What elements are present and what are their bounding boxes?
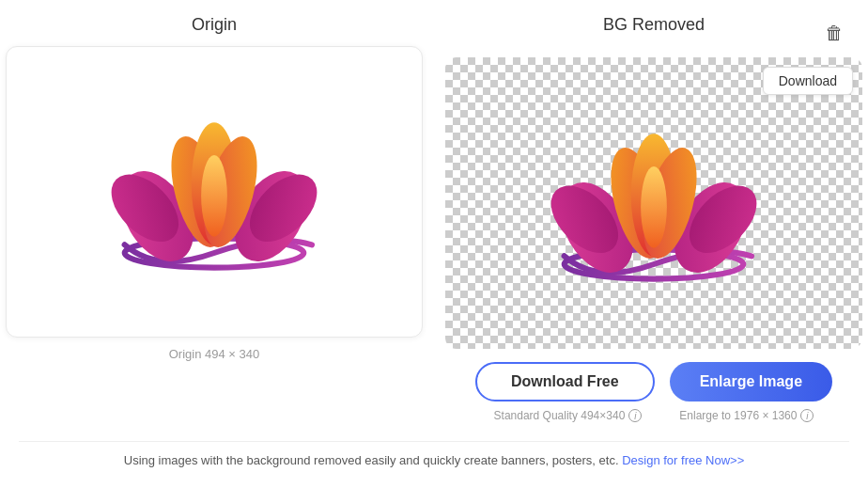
- standard-quality-info-icon: i: [628, 409, 642, 422]
- delete-icon-container[interactable]: 🗑: [825, 23, 844, 44]
- bg-removed-header: BG Removed 🗑: [445, 15, 862, 46]
- download-top-button[interactable]: Download: [763, 67, 853, 95]
- svg-point-8: [201, 155, 227, 237]
- svg-point-17: [641, 166, 667, 248]
- bg-removed-title: BG Removed: [603, 15, 705, 35]
- download-free-button[interactable]: Download Free: [475, 362, 655, 401]
- enlarge-quality-info-icon: i: [800, 409, 814, 422]
- bg-removed-lotus-image: [532, 109, 776, 297]
- footer-text: Using images with the background removed…: [124, 453, 619, 467]
- origin-panel: Origin: [6, 15, 423, 422]
- origin-image-box: [6, 46, 423, 338]
- enlarge-image-button[interactable]: Enlarge Image: [670, 362, 832, 401]
- footer-design-link[interactable]: Design for free Now>>: [622, 453, 744, 467]
- images-row: Origin: [19, 15, 849, 422]
- origin-title: Origin: [192, 15, 237, 35]
- action-buttons: Download Free Enlarge Image: [475, 362, 832, 401]
- origin-lotus-image: [92, 98, 336, 286]
- enlarge-quality-text: Enlarge to 1976 × 1360 i: [679, 409, 814, 422]
- standard-quality-text: Standard Quality 494×340 i: [494, 409, 643, 422]
- bg-removed-image-box: Download: [445, 57, 862, 349]
- origin-caption: Origin 494 × 340: [169, 347, 259, 361]
- trash-icon[interactable]: 🗑: [825, 23, 844, 43]
- quality-info: Standard Quality 494×340 i Enlarge to 19…: [494, 409, 814, 422]
- footer-banner: Using images with the background removed…: [19, 441, 849, 479]
- bg-removed-wrapper: BG Removed 🗑 Download: [445, 15, 862, 422]
- main-container: Origin: [0, 0, 868, 479]
